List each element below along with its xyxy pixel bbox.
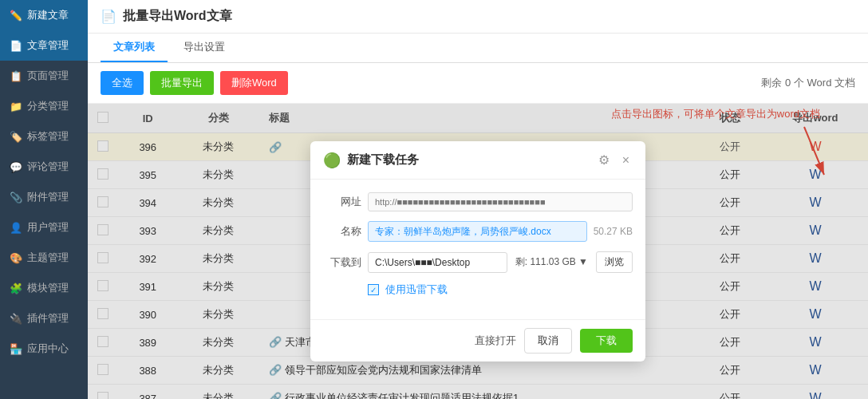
toolbar: 全选 批量导出 删除Word 剩余 0 个 Word 文档 <box>88 63 868 104</box>
download-button[interactable]: 下载 <box>580 329 633 353</box>
sidebar-item-label: 模块管理 <box>27 281 69 295</box>
url-input[interactable] <box>368 192 633 211</box>
sidebar-item-label: 页面管理 <box>27 69 69 83</box>
sidebar-item-comment-manage[interactable]: 💬 评论管理 <box>0 152 88 182</box>
dialog-close-button[interactable]: × <box>619 151 633 169</box>
sidebar-item-plugin-manage[interactable]: 🔌 插件管理 <box>0 303 88 334</box>
cancel-button[interactable]: 取消 <box>524 328 572 354</box>
file-size: 50.27 KB <box>594 226 633 237</box>
dialog-footer: 直接打开 取消 下载 <box>310 319 645 361</box>
path-group: 剩: 111.03 GB ▼ 浏览 <box>368 251 633 273</box>
sidebar-item-attachment-manage[interactable]: 📎 附件管理 <box>0 182 88 212</box>
thunder-link[interactable]: ✓ 使用迅雷下载 <box>368 282 448 297</box>
delete-word-button[interactable]: 删除Word <box>220 71 288 95</box>
sidebar-item-label: 标签管理 <box>27 129 69 144</box>
tabs-bar: 文章列表 导出设置 <box>88 34 868 63</box>
dialog-icon: 🟢 <box>323 152 341 169</box>
page-title-icon: 📄 <box>101 9 116 24</box>
page-manage-icon: 📋 <box>10 70 22 82</box>
main-content: 📄 批量导出Word文章 文章列表 导出设置 全选 批量导出 删除Word 剩余… <box>88 0 868 399</box>
sidebar-item-label: 应用中心 <box>27 342 69 356</box>
dialog-title: 新建下载任务 <box>347 152 589 168</box>
tab-article-list[interactable]: 文章列表 <box>101 34 168 62</box>
dialog-overlay: 🟢 新建下载任务 ⚙ × 网址 名称 <box>88 104 868 399</box>
sidebar-item-app-center[interactable]: 🏪 应用中心 <box>0 334 88 364</box>
sidebar-item-module-manage[interactable]: 🧩 模块管理 <box>0 273 88 303</box>
direct-open-button[interactable]: 直接打开 <box>475 334 516 348</box>
plugin-manage-icon: 🔌 <box>10 313 22 325</box>
sidebar-item-theme-manage[interactable]: 🎨 主题管理 <box>0 243 88 273</box>
page-title: 批量导出Word文章 <box>123 8 232 25</box>
url-label: 网址 <box>323 195 361 209</box>
comment-manage-icon: 💬 <box>10 161 22 173</box>
sidebar-item-article-manage[interactable]: 📄 文章管理 <box>0 30 88 61</box>
sidebar-item-label: 评论管理 <box>27 160 69 174</box>
thunder-checkbox[interactable]: ✓ <box>368 284 379 295</box>
sidebar-item-label: 新建文章 <box>27 8 69 22</box>
category-manage-icon: 📁 <box>10 101 22 113</box>
name-input[interactable] <box>368 221 587 242</box>
sidebar-item-tag-manage[interactable]: 🏷️ 标签管理 <box>0 121 88 152</box>
dialog-header: 🟢 新建下载任务 ⚙ × <box>310 141 645 180</box>
thunder-label: 使用迅雷下载 <box>385 282 448 297</box>
download-to-label: 下载到 <box>323 255 361 270</box>
url-row: 网址 <box>323 192 633 211</box>
sidebar-item-category-manage[interactable]: 📁 分类管理 <box>0 91 88 121</box>
download-path-input[interactable] <box>368 252 507 273</box>
app-center-icon: 🏪 <box>10 343 22 355</box>
content-area: 点击导出图标，可将单个文章导出为word文档 ID 分类 标题 <box>88 104 868 399</box>
sidebar-item-label: 插件管理 <box>27 311 69 326</box>
thunder-row: ✓ 使用迅雷下载 <box>323 282 633 297</box>
sidebar-item-page-manage[interactable]: 📋 页面管理 <box>0 61 88 91</box>
sidebar: ✏️ 新建文章 📄 文章管理 📋 页面管理 📁 分类管理 🏷️ 标签管理 💬 评… <box>0 0 88 399</box>
tab-export-settings[interactable]: 导出设置 <box>171 34 238 62</box>
download-to-row: 下载到 剩: 111.03 GB ▼ 浏览 <box>323 251 633 273</box>
sidebar-item-user-manage[interactable]: 👤 用户管理 <box>0 212 88 243</box>
new-article-icon: ✏️ <box>10 10 22 22</box>
disk-info: 剩: 111.03 GB ▼ <box>515 255 588 269</box>
browse-button[interactable]: 浏览 <box>596 251 633 273</box>
tag-manage-icon: 🏷️ <box>10 131 22 143</box>
remaining-info: 剩余 0 个 Word 文档 <box>761 76 855 90</box>
page-header: 📄 批量导出Word文章 <box>88 0 868 34</box>
module-manage-icon: 🧩 <box>10 282 22 294</box>
article-manage-icon: 📄 <box>10 40 22 52</box>
sidebar-item-new-article[interactable]: ✏️ 新建文章 <box>0 0 88 30</box>
attachment-manage-icon: 📎 <box>10 192 22 203</box>
download-dialog: 🟢 新建下载任务 ⚙ × 网址 名称 <box>310 141 645 361</box>
sidebar-item-label: 主题管理 <box>27 251 69 265</box>
sidebar-item-label: 分类管理 <box>27 99 69 113</box>
name-label: 名称 <box>323 224 361 239</box>
name-row: 名称 50.27 KB <box>323 221 633 242</box>
select-all-button[interactable]: 全选 <box>101 71 144 95</box>
sidebar-item-label: 文章管理 <box>27 38 69 53</box>
dialog-settings-button[interactable]: ⚙ <box>595 151 613 169</box>
user-manage-icon: 👤 <box>10 222 22 234</box>
theme-manage-icon: 🎨 <box>10 252 22 264</box>
sidebar-item-label: 附件管理 <box>27 190 69 204</box>
dialog-body: 网址 名称 50.27 KB 下载到 剩: 111.03 G <box>310 180 645 319</box>
sidebar-item-label: 用户管理 <box>27 220 69 235</box>
dialog-header-actions: ⚙ × <box>595 151 633 169</box>
batch-export-button[interactable]: 批量导出 <box>150 71 214 95</box>
